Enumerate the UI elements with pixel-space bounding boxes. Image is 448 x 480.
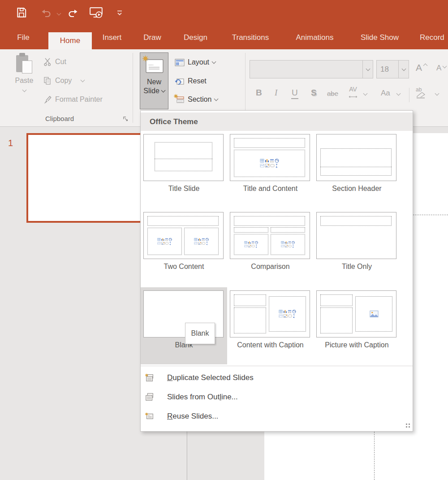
- italic-button[interactable]: I: [275, 88, 277, 98]
- text-shadow-button[interactable]: S: [311, 88, 317, 98]
- italic-glyph: I: [275, 88, 277, 98]
- layout-label: Title and Content: [227, 184, 314, 193]
- strikethrough-button[interactable]: abe: [327, 90, 338, 97]
- chevron-down-icon: [366, 66, 370, 71]
- layout-icon: [175, 59, 185, 66]
- chevron-down-icon: [81, 78, 85, 82]
- underline-button[interactable]: U: [291, 88, 298, 99]
- menu-item-label: Duplicate Selected Slides: [167, 373, 254, 382]
- copy-button[interactable]: Copy: [43, 76, 84, 85]
- new-slide-button[interactable]: New Slide: [140, 52, 168, 109]
- start-slideshow-button[interactable]: [89, 6, 104, 19]
- underline-glyph: U: [291, 88, 298, 99]
- tab-design[interactable]: Design: [181, 26, 211, 49]
- chevron-down-icon: [22, 88, 26, 92]
- tab-insert[interactable]: Insert: [99, 26, 125, 49]
- layout-label: Title Only: [314, 262, 400, 271]
- tab-record[interactable]: Record: [420, 26, 448, 49]
- redo-icon: [67, 8, 79, 18]
- chevron-down-icon: [56, 11, 61, 16]
- chevron-down-icon: [214, 97, 219, 101]
- text-highlight-dropdown[interactable]: [435, 91, 439, 96]
- cut-label: Cut: [55, 58, 66, 66]
- menu-item-duplicate-selected-slides[interactable]: Duplicate Selected Slides: [141, 368, 413, 387]
- chevron-up-icon: [423, 64, 428, 68]
- font-size-dropdown[interactable]: [398, 61, 409, 78]
- duplicate-slides-icon: [145, 373, 155, 383]
- font-size-combobox[interactable]: 18: [376, 60, 409, 78]
- tab-animations[interactable]: Animations: [290, 26, 339, 49]
- font-group-divider: [409, 88, 409, 102]
- highlight-glyph: ab: [416, 87, 426, 92]
- menu-item-label: Reuse Slides...: [167, 412, 218, 421]
- clipboard-dialog-launcher[interactable]: [123, 116, 129, 124]
- tab-slide-show[interactable]: Slide Show: [356, 26, 403, 49]
- reuse-slides-icon: [145, 411, 155, 421]
- layout-gallery: Title Slide Title and Content Section He…: [141, 131, 413, 364]
- layout-option-title-slide[interactable]: Title Slide: [141, 131, 227, 209]
- bold-glyph: B: [256, 88, 262, 98]
- shadow-glyph: S: [311, 88, 317, 98]
- layout-label: Comparison: [227, 262, 314, 271]
- save-icon: [16, 7, 27, 18]
- layout-option-section-header[interactable]: Section Header: [314, 131, 400, 209]
- layout-option-title-and-content[interactable]: Title and Content: [227, 131, 314, 209]
- layout-option-title-only[interactable]: Title Only: [314, 209, 400, 287]
- chevron-down-icon: [401, 66, 406, 71]
- layout-option-comparison[interactable]: Comparison: [227, 209, 314, 287]
- slide-number: 1: [8, 138, 13, 148]
- format-painter-label: Format Painter: [55, 95, 103, 104]
- undo-button[interactable]: [39, 7, 53, 19]
- section-icon: [175, 95, 185, 104]
- character-spacing-button[interactable]: AV: [349, 86, 358, 100]
- layout-thumbnail: [316, 212, 396, 259]
- tab-transitions[interactable]: Transitions: [228, 26, 273, 49]
- undo-dropdown-button[interactable]: [56, 11, 62, 17]
- left-right-arrow-icon: [349, 95, 358, 99]
- change-case-glyph: Aa: [381, 89, 390, 98]
- change-case-button[interactable]: Aa: [381, 89, 390, 98]
- bold-button[interactable]: B: [256, 88, 262, 98]
- tab-home[interactable]: Home: [48, 32, 92, 49]
- format-painter-icon: [43, 95, 52, 104]
- resize-grip[interactable]: [406, 424, 407, 425]
- copy-label: Copy: [55, 77, 72, 85]
- decrease-font-size-button[interactable]: A: [436, 64, 446, 73]
- layout-thumbnail: [230, 212, 310, 259]
- save-button[interactable]: [15, 6, 28, 19]
- customize-quick-access-button[interactable]: [116, 9, 124, 17]
- menu-item-reuse-slides[interactable]: Reuse Slides...: [141, 406, 413, 426]
- menu-separator: [141, 366, 413, 366]
- cut-button[interactable]: Cut: [43, 57, 66, 66]
- paste-button[interactable]: Paste: [12, 53, 37, 109]
- change-case-dropdown[interactable]: [396, 91, 401, 96]
- tab-file[interactable]: File: [12, 26, 34, 49]
- menu-item-slides-from-outline[interactable]: Slides from Outline...: [141, 387, 413, 406]
- format-painter-button[interactable]: Format Painter: [43, 95, 103, 104]
- slides-from-outline-icon: [145, 392, 155, 402]
- strikethrough-glyph: abe: [327, 90, 338, 97]
- font-name-combobox[interactable]: [250, 60, 373, 78]
- layout-option-two-content[interactable]: Two Content: [141, 209, 227, 287]
- layout-option-picture-with-caption[interactable]: Picture with Caption: [314, 287, 400, 364]
- layout-option-content-with-caption[interactable]: Content with Caption: [227, 287, 314, 364]
- text-highlight-button[interactable]: ab: [416, 87, 426, 100]
- tab-draw[interactable]: Draw: [141, 26, 164, 49]
- char-spacing-dropdown[interactable]: [363, 91, 368, 96]
- layout-button[interactable]: Layout: [175, 58, 215, 66]
- reset-icon: [175, 77, 185, 85]
- new-slide-label-line2: Slide: [143, 86, 159, 95]
- title-bar: [0, 0, 448, 26]
- redo-button[interactable]: [66, 7, 80, 19]
- new-slide-icon: [144, 57, 164, 76]
- group-divider: [133, 53, 133, 123]
- char-spacing-glyph: AV: [349, 86, 358, 92]
- start-slideshow-icon: [89, 6, 103, 19]
- section-button[interactable]: Section: [175, 95, 218, 104]
- reset-button[interactable]: Reset: [175, 77, 207, 85]
- new-slide-label-line1: New: [147, 78, 161, 86]
- picture-icon: [370, 311, 379, 317]
- increase-font-size-button[interactable]: A: [416, 62, 427, 73]
- font-name-dropdown[interactable]: [362, 61, 373, 78]
- ribbon-tab-bar: File Home Insert Draw Design Transitions…: [0, 26, 448, 49]
